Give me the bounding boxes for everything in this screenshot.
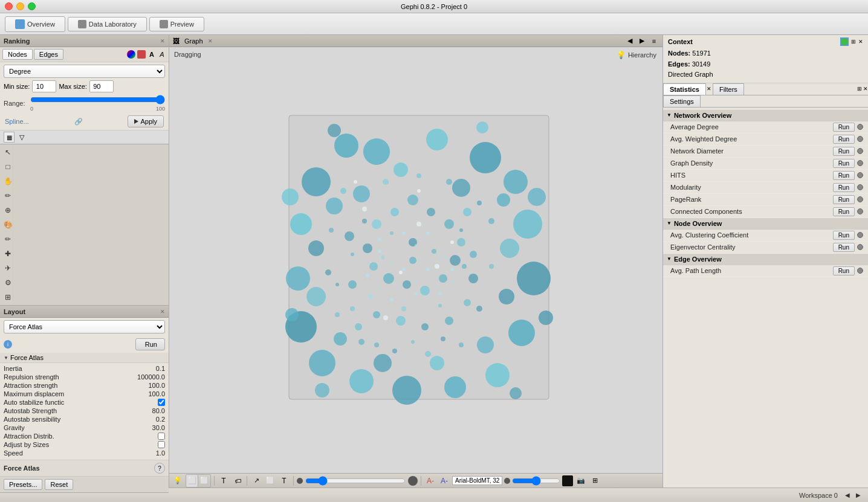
paint-icon[interactable]: 🎨: [1, 218, 15, 231]
pointer-icon[interactable]: ↖: [1, 146, 15, 159]
graph-header: 🖼 Graph ✕ ◀ ▶ ≡: [169, 35, 662, 47]
hierarchy-button[interactable]: 💡 Hierarchy: [617, 51, 656, 59]
graph-menu-icon[interactable]: ≡: [649, 36, 659, 46]
svg-point-104: [390, 250, 393, 253]
pencil-icon[interactable]: ✏: [1, 189, 15, 202]
close-button[interactable]: [5, 2, 13, 10]
min-size-input[interactable]: [32, 80, 56, 92]
presets-button[interactable]: Presets...: [4, 479, 42, 490]
font-color-b-icon[interactable]: A-: [438, 475, 450, 487]
edge-overview-header[interactable]: ▼ Edge Overview: [663, 254, 868, 265]
text-select-icon[interactable]: T: [278, 475, 290, 487]
filters-tab[interactable]: Filters: [713, 83, 744, 95]
svg-point-82: [350, 306, 355, 311]
avg-weighted-degree-run[interactable]: Run: [833, 135, 855, 144]
layout-header: Layout ✕: [0, 306, 169, 318]
network-diameter-row: Network Diameter Run: [663, 146, 868, 158]
data-laboratory-tab[interactable]: Data Laboratory: [68, 17, 147, 31]
force-atlas-header[interactable]: ▼ Force Atlas: [0, 353, 169, 363]
graph-title: Graph: [184, 37, 203, 45]
diamond-red-icon[interactable]: [137, 50, 146, 59]
node-view-icon[interactable]: ⬜: [186, 475, 198, 487]
workspace-next-icon[interactable]: ▶: [853, 491, 863, 500]
hits-run[interactable]: Run: [833, 171, 855, 180]
text-icon[interactable]: T: [218, 475, 230, 487]
settings-tab[interactable]: Settings: [663, 95, 701, 107]
edge-view-icon[interactable]: ⬜: [198, 475, 210, 487]
adjust-sizes-checkbox[interactable]: [158, 441, 165, 448]
graph-close-icon[interactable]: ✕: [208, 38, 213, 44]
apply-button[interactable]: Apply: [128, 115, 164, 127]
ranking-pin-icon[interactable]: ✕: [160, 38, 165, 44]
layout-algorithm-select[interactable]: Force Atlas: [4, 320, 165, 333]
node-link-icon[interactable]: ⊞: [1, 291, 15, 304]
bold-a-icon[interactable]: A: [147, 50, 156, 59]
max-size-input[interactable]: [89, 80, 114, 92]
reset-button[interactable]: Reset: [45, 479, 73, 490]
avg-clustering-run[interactable]: Run: [833, 231, 855, 240]
stats-expand-icon[interactable]: ⊞: [857, 86, 862, 92]
screenshot-icon[interactable]: 📷: [575, 475, 587, 487]
network-diameter-run[interactable]: Run: [833, 147, 855, 156]
expand-icon[interactable]: ⊞: [589, 475, 601, 487]
svg-point-79: [390, 231, 394, 235]
bulb-icon[interactable]: 💡: [172, 475, 184, 487]
workspace-prev-icon[interactable]: ◀: [843, 491, 852, 500]
separator-1: [214, 476, 215, 486]
eigenvector-run[interactable]: Run: [833, 243, 855, 252]
connected-components-run[interactable]: Run: [833, 207, 855, 216]
graph-type: Directed Graph: [668, 71, 713, 78]
preview-tab[interactable]: Preview: [149, 17, 204, 31]
zoom-slider-2[interactable]: [512, 478, 560, 483]
svg-point-61: [488, 218, 494, 224]
label-icon[interactable]: 🏷: [232, 475, 244, 487]
pagerank-run[interactable]: Run: [833, 195, 855, 204]
node-overview-header[interactable]: ▼ Node Overview: [663, 218, 868, 230]
connect-icon[interactable]: ✚: [1, 247, 15, 260]
avg-path-length-run[interactable]: Run: [833, 266, 855, 275]
plane-icon[interactable]: ✈: [1, 262, 15, 275]
attraction-distrib-checkbox[interactable]: [158, 433, 165, 440]
chain-icon[interactable]: 🔗: [74, 118, 83, 126]
range-slider[interactable]: [30, 95, 165, 105]
minimize-button[interactable]: [16, 2, 24, 10]
italic-a-icon[interactable]: A: [158, 50, 166, 59]
run-button[interactable]: Run: [135, 338, 165, 350]
context-close-icon[interactable]: ✕: [858, 39, 863, 45]
nodes-tab[interactable]: Nodes: [2, 49, 33, 60]
svg-point-51: [463, 208, 471, 216]
context-expand-icon[interactable]: ⊞: [851, 39, 856, 45]
context-green-dot[interactable]: [840, 37, 849, 46]
eraser-icon[interactable]: ✏: [1, 233, 15, 246]
stats-close-icon[interactable]: ✕: [705, 84, 713, 94]
color-wheel-icon[interactable]: [127, 50, 135, 59]
next-icon[interactable]: ▶: [637, 36, 647, 46]
rectangle-select-icon[interactable]: ⬜: [264, 475, 276, 487]
auto-stabilize-checkbox[interactable]: [158, 399, 165, 406]
filter-icon[interactable]: ▽: [16, 132, 27, 143]
prev-icon[interactable]: ◀: [625, 36, 635, 46]
degree-select[interactable]: Degree: [4, 65, 165, 78]
stats-close-btn[interactable]: ✕: [863, 86, 868, 92]
layout-close-icon[interactable]: ✕: [160, 309, 165, 315]
zoom-slider[interactable]: [305, 478, 406, 483]
modularity-run[interactable]: Run: [833, 183, 855, 192]
rectangle-icon[interactable]: □: [1, 160, 15, 173]
spline-link[interactable]: Spline...: [5, 118, 29, 125]
statistics-tab[interactable]: Statistics: [663, 83, 706, 95]
font-color-a-icon[interactable]: A-: [424, 475, 436, 487]
help-button[interactable]: ?: [154, 463, 165, 474]
network-overview-header[interactable]: ▼ Network Overview: [663, 110, 868, 121]
table-icon[interactable]: ▦: [4, 132, 15, 143]
graph-density-run[interactable]: Run: [833, 159, 855, 168]
magnify-icon[interactable]: ⊕: [1, 204, 15, 217]
edges-tab[interactable]: Edges: [34, 49, 63, 60]
overview-tab[interactable]: Overview: [5, 16, 65, 32]
settings-icon[interactable]: ⚙: [1, 276, 15, 289]
hand-icon[interactable]: ✋: [1, 175, 15, 188]
maximize-button[interactable]: [28, 2, 36, 10]
avg-degree-run[interactable]: Run: [833, 123, 855, 132]
color-swatch[interactable]: [562, 475, 573, 486]
info-icon[interactable]: i: [4, 340, 12, 349]
select-icon[interactable]: ↗: [250, 475, 262, 487]
